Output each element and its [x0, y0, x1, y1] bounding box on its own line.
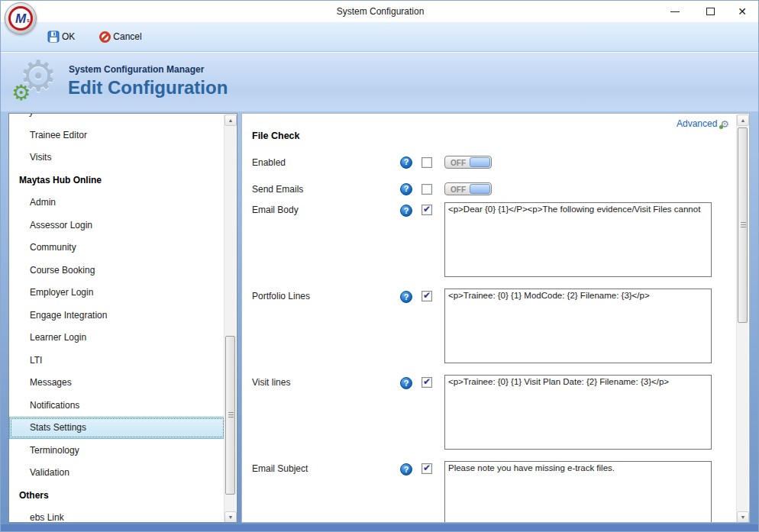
ok-button[interactable]: OK [43, 28, 79, 45]
sidebar-item-maytas-hub-online[interactable]: Maytas Hub Online [9, 169, 225, 192]
field-textarea[interactable] [444, 461, 712, 523]
field-checkbox[interactable] [421, 205, 432, 215]
sidebar-item-label: Learner Login [30, 332, 86, 343]
field-checkbox[interactable] [421, 157, 432, 168]
help-icon[interactable]: ? [400, 463, 412, 476]
page-title: Edit Configuration [68, 77, 228, 98]
sidebar-item-ebs-link[interactable]: ebs Link [9, 507, 225, 524]
sidebar-item-notifications[interactable]: Notifications [9, 394, 225, 417]
minimize-button[interactable] [662, 2, 688, 21]
advanced-link[interactable]: Advanced ⚙ [677, 118, 729, 129]
minimize-icon [670, 11, 680, 12]
sidebar-item-label: Admin [30, 197, 56, 208]
sidebar-item-label: Notifications [30, 400, 79, 411]
close-button[interactable]: ✕ [729, 2, 755, 21]
toggle-switch[interactable]: OFF [444, 156, 492, 169]
sidebar-item-validation[interactable]: Validation [9, 462, 225, 485]
file-check-form: File Check Enabled ? OFF Send Emails ? O… [252, 131, 733, 523]
sidebar-item-terminology[interactable]: Terminology [9, 439, 225, 462]
sidebar-item-visits[interactable]: Visits [9, 147, 225, 169]
field-label: Portfolio Lines [252, 291, 400, 301]
title-bar: System Configuration ✕ [1, 1, 759, 22]
sidebar-item-label: Validation [30, 467, 69, 478]
toggle-state-label: OFF [451, 159, 466, 167]
sidebar-scrollbar-thumb[interactable] [225, 336, 235, 495]
cancel-button[interactable]: Cancel [95, 29, 146, 45]
gears-icon: ⚙ ⚙ [13, 54, 63, 108]
settings-panel: Advanced ⚙ File Check Enabled ? OFF Send… [241, 113, 750, 523]
help-icon[interactable]: ? [400, 205, 412, 217]
form-row-enabled: Enabled ? OFF [252, 149, 733, 176]
maximize-icon [706, 8, 715, 15]
sidebar-item-partial[interactable]: y [9, 114, 225, 124]
scrollbar-grip [228, 412, 234, 418]
sidebar-item-label: Community [30, 242, 76, 253]
field-checkbox[interactable] [421, 291, 432, 301]
save-icon [47, 31, 60, 43]
form-row-email-body: Email Body ? [252, 202, 733, 289]
field-textarea[interactable] [444, 202, 712, 277]
sidebar-item-label: Others [19, 490, 49, 501]
sidebar-item-trainee-editor[interactable]: Trainee Editor [9, 124, 225, 147]
app-logo[interactable]: M s [5, 2, 37, 34]
maximize-button[interactable] [697, 2, 723, 21]
sidebar-item-label: Maytas Hub Online [19, 175, 102, 185]
bottom-bar [1, 524, 759, 532]
sidebar-item-label: Engage Integration [30, 310, 107, 321]
advanced-link-label: Advanced [677, 118, 717, 129]
help-icon[interactable]: ? [400, 377, 412, 389]
field-label: Send Emails [252, 184, 400, 195]
scroll-up-icon[interactable]: ▲ [224, 114, 237, 126]
sidebar-item-engage-integration[interactable]: Engage Integration [9, 304, 225, 327]
sidebar-item-label: Visits [30, 152, 51, 163]
logo-sub-letter: s [27, 18, 30, 23]
sidebar-item-label: Assessor Login [30, 220, 92, 231]
help-icon[interactable]: ? [400, 183, 412, 195]
sidebar-item-employer-login[interactable]: Employer Login [9, 282, 225, 305]
sidebar-item-community[interactable]: Community [9, 237, 225, 260]
field-checkbox[interactable] [421, 463, 432, 474]
scrollbar-grip [741, 222, 746, 227]
scroll-up-icon[interactable]: ▲ [737, 114, 749, 126]
sidebar-item-admin[interactable]: Admin [9, 192, 225, 214]
sidebar-item-course-booking[interactable]: Course Booking [9, 259, 225, 282]
field-label: Email Body [252, 205, 400, 215]
field-textarea[interactable] [444, 289, 712, 363]
sidebar-item-others[interactable]: Others [9, 484, 225, 507]
sidebar: y Trainee Editor Visits Maytas Hub Onlin… [8, 113, 237, 523]
field-checkbox[interactable] [421, 184, 432, 195]
sidebar-scrollbar[interactable]: ▲ ▼ [224, 114, 236, 523]
sidebar-item-label: Stats Settings [30, 422, 86, 433]
sidebar-item-label: Trainee Editor [30, 130, 87, 140]
form-row-portfolio-lines: Portfolio Lines ? [252, 289, 733, 375]
cancel-button-label: Cancel [113, 31, 141, 42]
content-shell: y Trainee Editor Visits Maytas Hub Onlin… [1, 111, 759, 524]
gear-small-icon: ⚙ [11, 80, 31, 105]
ok-button-label: OK [62, 31, 75, 42]
form-row-email-subject: Email Subject ? [252, 461, 733, 523]
sidebar-item-label: Course Booking [30, 265, 95, 276]
header-banner: ⚙ ⚙ System Configuration Manager Edit Co… [1, 53, 759, 111]
sidebar-item-label: ebs Link [30, 512, 64, 523]
maytas-logo-icon: M s [8, 6, 33, 31]
sidebar-item-assessor-login[interactable]: Assessor Login [9, 214, 225, 237]
sidebar-item-stats-settings[interactable]: Stats Settings [9, 417, 225, 440]
field-checkbox[interactable] [421, 377, 432, 388]
app-subtitle: System Configuration Manager [69, 64, 204, 75]
field-label: Email Subject [252, 463, 400, 474]
toggle-switch[interactable]: OFF [444, 182, 492, 195]
main-scrollbar[interactable]: ▲ ▼ [736, 114, 748, 523]
close-icon: ✕ [738, 6, 747, 17]
window-title: System Configuration [1, 6, 759, 17]
toggle-knob[interactable] [470, 157, 490, 167]
sidebar-item-messages[interactable]: Messages [9, 372, 225, 395]
sidebar-item-learner-login[interactable]: Learner Login [9, 327, 225, 350]
scroll-down-icon[interactable]: ▼ [224, 511, 237, 523]
main-scrollbar-thumb[interactable] [738, 127, 748, 323]
scroll-down-icon[interactable]: ▼ [737, 511, 749, 523]
help-icon[interactable]: ? [400, 156, 412, 169]
help-icon[interactable]: ? [400, 291, 412, 303]
field-textarea[interactable] [444, 375, 712, 450]
toggle-knob[interactable] [470, 184, 490, 194]
sidebar-item-lti[interactable]: LTI [9, 349, 225, 372]
